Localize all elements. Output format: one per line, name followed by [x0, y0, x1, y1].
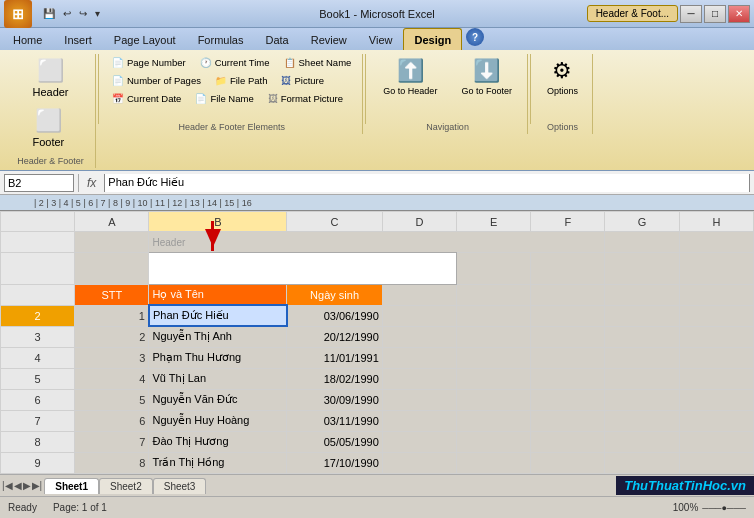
cell-f5[interactable] [531, 389, 605, 410]
goto-footer-btn[interactable]: ⬇️ Go to Footer [452, 54, 521, 100]
col-header-d[interactable]: D [382, 212, 456, 232]
goto-header-btn[interactable]: ⬆️ Go to Header [374, 54, 446, 100]
header-button[interactable]: ⬜ Header [25, 54, 75, 102]
col-header-e[interactable]: E [457, 212, 531, 232]
tab-design[interactable]: Design [403, 28, 462, 50]
sheet-tab-1[interactable]: Sheet1 [44, 478, 99, 494]
next-sheet-btn[interactable]: ▶ [23, 480, 31, 491]
cell-h7[interactable] [679, 431, 753, 452]
cell-stt-8[interactable]: 8 [75, 452, 149, 473]
cell-g6[interactable] [605, 410, 679, 431]
cell-stt-5[interactable]: 5 [75, 389, 149, 410]
cell-h5[interactable] [679, 389, 753, 410]
cell-date-6[interactable]: 03/11/1990 [287, 410, 382, 431]
cell-e7[interactable] [457, 431, 531, 452]
current-date-btn[interactable]: 📅 Current Date [107, 90, 186, 107]
cell-g4[interactable] [605, 368, 679, 389]
cell-d6[interactable] [382, 410, 456, 431]
sheet-tab-2[interactable]: Sheet2 [99, 478, 153, 494]
help-btn[interactable]: ? [466, 28, 484, 46]
options-btn[interactable]: ⚙ Options [540, 54, 585, 100]
cell-stt-1[interactable]: 1 [75, 305, 149, 326]
hdr-h[interactable] [679, 284, 753, 305]
close-btn[interactable]: ✕ [728, 5, 750, 23]
hdr-stt[interactable]: STT [75, 284, 149, 305]
last-sheet-btn[interactable]: ▶| [32, 480, 43, 491]
col-header-c[interactable]: C [287, 212, 382, 232]
cell-g5[interactable] [605, 389, 679, 410]
cell-d7[interactable] [382, 431, 456, 452]
cell-d4[interactable] [382, 368, 456, 389]
cell-e4[interactable] [457, 368, 531, 389]
hdr-g[interactable] [605, 284, 679, 305]
sheet-tab-3[interactable]: Sheet3 [153, 478, 207, 494]
office-button[interactable]: ⊞ [4, 0, 32, 28]
cell-f7[interactable] [531, 431, 605, 452]
cell-h2[interactable] [679, 253, 753, 285]
cell-g2[interactable] [605, 253, 679, 285]
cell-e2b[interactable] [457, 326, 531, 347]
redo-qa-btn[interactable]: ↪ [76, 6, 90, 21]
col-header-h[interactable]: H [679, 212, 753, 232]
minimize-btn[interactable]: ─ [680, 5, 702, 23]
cell-stt-6[interactable]: 6 [75, 410, 149, 431]
cell-date-4[interactable]: 18/02/1990 [287, 368, 382, 389]
zoom-slider[interactable]: ───●─── [702, 503, 746, 513]
cell-h3[interactable] [679, 347, 753, 368]
cell-date-3[interactable]: 11/01/1991 [287, 347, 382, 368]
hdr-f[interactable] [531, 284, 605, 305]
cell-g8[interactable] [605, 452, 679, 473]
col-header-g[interactable]: G [605, 212, 679, 232]
prev-sheet-btn[interactable]: ◀ [14, 480, 22, 491]
cell-h-blank[interactable] [679, 232, 753, 253]
cell-f6[interactable] [531, 410, 605, 431]
cell-h8[interactable] [679, 452, 753, 473]
picture-btn[interactable]: 🖼 Picture [276, 72, 329, 89]
cell-name-7[interactable]: Đào Thị Hương [149, 431, 287, 452]
save-qa-btn[interactable]: 💾 [40, 6, 58, 21]
tab-data[interactable]: Data [254, 28, 299, 50]
cell-date-8[interactable]: 17/10/1990 [287, 452, 382, 473]
cell-h4[interactable] [679, 368, 753, 389]
cell-name-6[interactable]: Nguyễn Huy Hoàng [149, 410, 287, 431]
cell-date-7[interactable]: 05/05/1990 [287, 431, 382, 452]
number-of-pages-btn[interactable]: 📄 Number of Pages [107, 72, 206, 89]
undo-qa-btn[interactable]: ↩ [60, 6, 74, 21]
sheet-name-btn[interactable]: 📋 Sheet Name [279, 54, 357, 71]
cell-f8[interactable] [531, 452, 605, 473]
hdr-date[interactable]: Ngày sinh [287, 284, 382, 305]
hdr-e[interactable] [457, 284, 531, 305]
cell-f2b[interactable] [531, 326, 605, 347]
header-footer-tab[interactable]: Header & Foot... [587, 5, 678, 22]
tab-insert[interactable]: Insert [53, 28, 103, 50]
col-header-f[interactable]: F [531, 212, 605, 232]
cell-name-5[interactable]: Nguyễn Văn Đức [149, 389, 287, 410]
cell-d2[interactable] [382, 326, 456, 347]
hdr-d[interactable] [382, 284, 456, 305]
cell-g1[interactable] [605, 305, 679, 326]
maximize-btn[interactable]: □ [704, 5, 726, 23]
cell-d3[interactable] [382, 347, 456, 368]
cell-date-5[interactable]: 30/09/1990 [287, 389, 382, 410]
cell-g-blank[interactable] [605, 232, 679, 253]
cell-e2[interactable] [457, 253, 531, 285]
cell-f1[interactable] [531, 305, 605, 326]
cell-g3[interactable] [605, 347, 679, 368]
page-number-btn[interactable]: 📄 Page Number [107, 54, 191, 71]
cell-d8[interactable] [382, 452, 456, 473]
cell-g2b[interactable] [605, 326, 679, 347]
first-sheet-btn[interactable]: |◀ [2, 480, 13, 491]
cell-a2[interactable] [75, 253, 149, 285]
formula-input[interactable] [105, 174, 749, 192]
cell-d5[interactable] [382, 389, 456, 410]
format-picture-btn[interactable]: 🖼 Format Picture [263, 90, 348, 107]
cell-h1[interactable] [679, 305, 753, 326]
cell-stt-4[interactable]: 4 [75, 368, 149, 389]
col-header-a[interactable]: A [75, 212, 149, 232]
cell-name-1[interactable]: Phan Đức Hiếu [149, 305, 287, 326]
cell-date-2[interactable]: 20/12/1990 [287, 326, 382, 347]
cell-name-4[interactable]: Vũ Thị Lan [149, 368, 287, 389]
header-textbox-cell[interactable] [149, 253, 457, 285]
cell-stt-2[interactable]: 2 [75, 326, 149, 347]
cell-e5[interactable] [457, 389, 531, 410]
